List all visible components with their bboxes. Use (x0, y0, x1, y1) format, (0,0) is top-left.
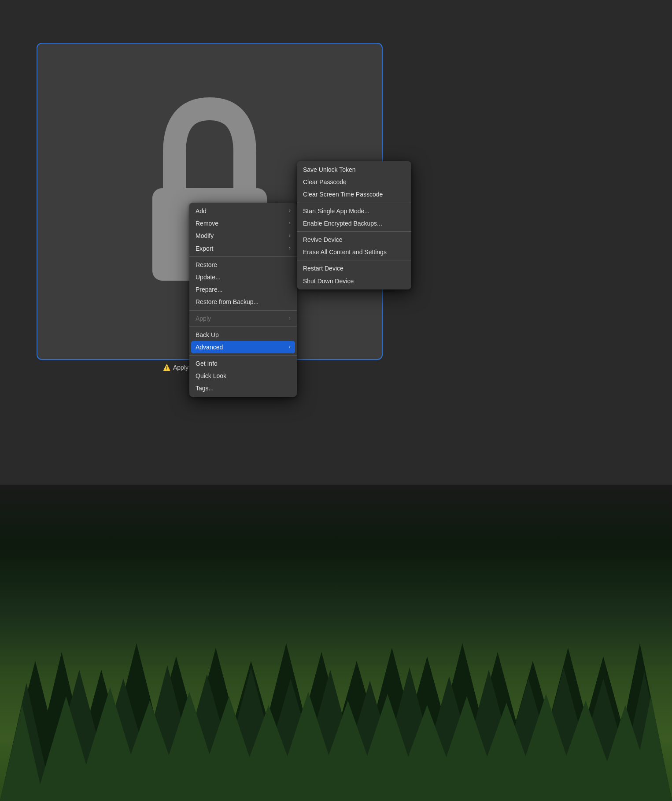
submenu-item-revive-device-label: Revive Device (303, 236, 342, 244)
menu-item-apply-label: Apply (196, 315, 211, 323)
submenu-item-clear-passcode[interactable]: Clear Passcode (297, 176, 411, 188)
submenu-item-enable-encrypted-backups-label: Enable Encrypted Backups... (303, 219, 382, 227)
submenu-item-restart-device[interactable]: Restart Device (297, 262, 411, 274)
menu-item-backup-label: Back Up (196, 331, 219, 339)
menu-item-modify-label: Modify (196, 232, 214, 240)
menu-item-quick-look-label: Quick Look (196, 372, 226, 380)
submenu-arrow-remove: › (289, 220, 291, 227)
menu-item-restore-backup-label: Restore from Backup... (196, 298, 258, 306)
submenu-item-save-unlock-token[interactable]: Save Unlock Token (297, 163, 411, 176)
submenu-item-shut-down-device-label: Shut Down Device (303, 277, 354, 285)
menu-item-export-label: Export (196, 245, 213, 252)
submenu-item-revive-device[interactable]: Revive Device (297, 234, 411, 246)
menu-item-backup[interactable]: Back Up (189, 329, 297, 341)
adv-separator-1 (297, 203, 411, 203)
submenu-item-erase-all-content-label: Erase All Content and Settings (303, 248, 387, 256)
menu-item-apply[interactable]: Apply › (189, 312, 297, 325)
background-bottom (0, 485, 672, 801)
menu-item-add[interactable]: Add › (189, 205, 297, 217)
submenu-arrow-advanced: › (289, 344, 291, 351)
menu-item-prepare-label: Prepare... (196, 286, 222, 293)
submenu-arrow-modify: › (289, 233, 291, 240)
menu-item-restore[interactable]: Restore (189, 259, 297, 271)
separator-1 (189, 256, 297, 257)
submenu-arrow-export: › (289, 245, 291, 252)
menu-item-restore-label: Restore (196, 261, 217, 269)
menu-item-prepare[interactable]: Prepare... (189, 283, 297, 296)
menu-item-advanced[interactable]: Advanced › (191, 341, 295, 353)
context-menu[interactable]: Add › Remove › Modify › Export › Restore… (189, 203, 297, 397)
apply-label-area: ⚠️ Apply (163, 364, 188, 371)
menu-item-tags-label: Tags... (196, 384, 214, 392)
submenu-item-start-single-app-mode[interactable]: Start Single App Mode... (297, 205, 411, 217)
menu-item-remove[interactable]: Remove › (189, 217, 297, 230)
advanced-submenu[interactable]: Save Unlock Token Clear Passcode Clear S… (297, 161, 411, 289)
adv-separator-2 (297, 231, 411, 232)
submenu-item-enable-encrypted-backups[interactable]: Enable Encrypted Backups... (297, 217, 411, 230)
submenu-item-shut-down-device[interactable]: Shut Down Device (297, 275, 411, 287)
submenu-arrow-add: › (289, 208, 291, 215)
menu-item-tags[interactable]: Tags... (189, 382, 297, 394)
menu-item-quick-look[interactable]: Quick Look (189, 370, 297, 382)
submenu-arrow-apply: › (289, 315, 291, 322)
separator-2 (189, 310, 297, 311)
submenu-item-clear-passcode-label: Clear Passcode (303, 178, 347, 186)
submenu-item-clear-screen-time-passcode-label: Clear Screen Time Passcode (303, 190, 383, 198)
menu-item-get-info[interactable]: Get Info (189, 357, 297, 370)
menu-item-get-info-label: Get Info (196, 360, 218, 367)
separator-4 (189, 355, 297, 356)
menu-item-export[interactable]: Export › (189, 242, 297, 255)
submenu-item-save-unlock-token-label: Save Unlock Token (303, 166, 356, 174)
submenu-item-start-single-app-mode-label: Start Single App Mode... (303, 207, 369, 215)
menu-item-add-label: Add (196, 207, 207, 215)
menu-item-update[interactable]: Update... (189, 271, 297, 283)
separator-3 (189, 326, 297, 327)
apply-text: Apply (173, 364, 188, 371)
menu-item-update-label: Update... (196, 273, 221, 281)
menu-item-restore-backup[interactable]: Restore from Backup... (189, 296, 297, 308)
submenu-item-clear-screen-time-passcode[interactable]: Clear Screen Time Passcode (297, 188, 411, 200)
menu-item-remove-label: Remove (196, 219, 218, 227)
menu-item-modify[interactable]: Modify › (189, 230, 297, 242)
submenu-item-restart-device-label: Restart Device (303, 264, 343, 272)
adv-separator-3 (297, 260, 411, 260)
warning-icon: ⚠️ (163, 364, 170, 371)
submenu-item-erase-all-content[interactable]: Erase All Content and Settings (297, 246, 411, 258)
menu-item-advanced-label: Advanced (196, 343, 223, 351)
